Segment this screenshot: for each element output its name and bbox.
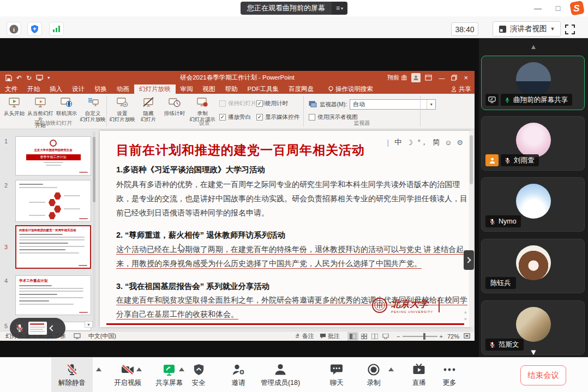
redo-icon[interactable]: ↻ xyxy=(26,74,32,82)
minimize-button[interactable]: — xyxy=(532,2,544,14)
participant-tile[interactable]: 刘雨萱 xyxy=(481,116,585,171)
tab-baidu-pan[interactable]: 百度网盘 xyxy=(284,85,319,94)
participant-tile[interactable]: 陈钰兵 xyxy=(481,239,585,293)
record-options-arrow[interactable] xyxy=(388,367,394,371)
ime-divider: ∣ xyxy=(386,138,390,147)
slide-thumbnail-1[interactable]: 北京大学外国语学院研究生会 春季学期工作计划 xyxy=(15,136,91,176)
qat-dropdown-icon[interactable]: ▾ xyxy=(47,75,50,80)
next-slide-arrow-button[interactable] xyxy=(464,250,474,270)
network-signal-button[interactable] xyxy=(49,22,64,36)
thumb-text-line xyxy=(19,249,65,250)
mic-options-arrow[interactable] xyxy=(96,367,101,371)
tab-design[interactable]: 设计 xyxy=(67,85,89,94)
invite-button[interactable]: 邀请 xyxy=(218,358,259,392)
record-button[interactable]: 录制 xyxy=(353,358,394,392)
ime-emoji-icon[interactable]: ☺ xyxy=(445,138,452,147)
monitor-select[interactable]: 自动 ▾ xyxy=(350,99,436,110)
more-button[interactable]: 更多 xyxy=(429,358,470,392)
ime-settings-gear-icon[interactable]: ⚙ xyxy=(457,138,463,147)
scrollbar-thumb[interactable] xyxy=(470,135,473,184)
ppt-minimize-button[interactable]: — xyxy=(436,75,447,81)
slideshow-icon[interactable] xyxy=(36,75,43,81)
tab-help[interactable]: 帮助 xyxy=(220,85,243,94)
record-slideshow-button[interactable]: 录制 幻灯片演示 xyxy=(188,96,217,122)
slide-thumbnail-2[interactable] xyxy=(15,180,91,222)
participant-tile[interactable]: Nymo xyxy=(481,177,585,232)
tab-review[interactable]: 审阅 xyxy=(176,85,198,94)
panel-scroll-down-button[interactable]: ▼ xyxy=(85,321,93,328)
tab-home[interactable]: 开始 xyxy=(22,85,45,94)
zoom-percentage[interactable]: 72% xyxy=(447,333,459,340)
use-timings-checkbox[interactable]: 使用计时 xyxy=(256,99,299,108)
zoom-in-button[interactable]: + xyxy=(440,333,443,340)
ime-punctuation-icon[interactable]: °， xyxy=(418,137,428,147)
slide-thumbnail-3-selected[interactable]: 目前在计划和推进的建党一百周年相关活动 xyxy=(15,225,91,269)
save-icon[interactable] xyxy=(5,75,12,81)
zoom-slider[interactable] xyxy=(403,336,437,337)
tab-file[interactable]: 文件 xyxy=(0,85,22,94)
present-online-button[interactable]: 联机演示 xyxy=(53,96,80,116)
account-avatar[interactable] xyxy=(411,73,421,82)
tab-view[interactable]: 视图 xyxy=(198,85,220,94)
setup-slideshow-button[interactable]: 设置 幻灯片放映 xyxy=(109,96,135,122)
meeting-info-button[interactable]: i xyxy=(7,22,21,36)
unmute-button[interactable]: 解除静音 xyxy=(51,358,93,392)
scroll-up-chevron[interactable]: ˄ xyxy=(464,310,467,315)
language-indicator[interactable]: 中文(中国) xyxy=(88,332,116,340)
custom-slideshow-button[interactable]: 自定义 幻灯片放映 xyxy=(80,96,106,122)
participant-name: 刘雨萱 xyxy=(514,156,535,165)
fit-slide-icon[interactable] xyxy=(464,333,470,339)
tab-transitions[interactable]: 切换 xyxy=(89,85,112,94)
zoom-slider-handle[interactable] xyxy=(423,333,425,340)
rehearse-timings-button[interactable]: 排练计时 xyxy=(161,96,188,116)
ppt-restore-button[interactable] xyxy=(451,75,457,81)
manage-members-button[interactable]: 管理成员(18) xyxy=(260,358,301,392)
ppt-close-button[interactable]: × xyxy=(461,74,470,82)
ime-toolbar[interactable]: ∣ 中 ☽ °， 简 ☺ ⚙ xyxy=(386,137,463,147)
ime-halfmoon-icon[interactable]: ☽ xyxy=(406,138,413,147)
share-button[interactable]: 共享 xyxy=(451,85,471,94)
fullscreen-button[interactable] xyxy=(564,23,576,35)
from-beginning-button[interactable]: 从头开始 xyxy=(1,96,27,116)
tab-animations[interactable]: 动画 xyxy=(112,85,134,94)
scroll-down-chevron[interactable]: ˅ xyxy=(464,317,467,322)
hexagon-shape xyxy=(49,199,56,206)
scrollbar-thumb[interactable] xyxy=(93,137,95,202)
floating-meeting-widget[interactable] xyxy=(10,318,65,339)
normal-view-button[interactable] xyxy=(347,332,358,341)
tab-slideshow[interactable]: 幻灯片放映 xyxy=(134,85,176,94)
banner-menu-button[interactable]: ≡▾ xyxy=(332,2,347,15)
maximize-button[interactable]: □ xyxy=(552,2,564,14)
chat-button[interactable]: 聊天 xyxy=(316,358,357,392)
slide-thumbnail-4[interactable]: 学术工作重点计划 xyxy=(15,275,91,315)
end-meeting-button[interactable]: 结束会议 xyxy=(520,365,566,385)
video-options-arrow[interactable] xyxy=(136,367,142,371)
slideshow-view-button[interactable] xyxy=(380,332,391,341)
comments-button[interactable]: 批注 xyxy=(328,332,340,340)
ime-chinese-mode[interactable]: 中 xyxy=(394,137,401,147)
scroll-up-arrow[interactable]: ▲ xyxy=(479,43,588,51)
participant-tile-sharing[interactable]: 曲翔前的屏幕共享 xyxy=(481,56,585,110)
participant-tile[interactable]: 范斯文 xyxy=(481,300,585,355)
tell-me-search[interactable]: 操作说明搜索 xyxy=(323,85,379,94)
notes-button[interactable]: 备注 xyxy=(302,332,314,340)
thumbnail-scrollbar[interactable] xyxy=(93,131,95,328)
thumb-text-line xyxy=(19,291,83,292)
security-button[interactable]: 安全 xyxy=(178,358,219,392)
hide-slide-button[interactable]: 隐藏 幻灯片 xyxy=(135,96,161,122)
meeting-security-button[interactable] xyxy=(27,22,42,36)
tab-insert[interactable]: 插入 xyxy=(45,85,67,94)
slide-scrollbar[interactable] xyxy=(469,131,473,327)
view-mode-selector[interactable]: 演讲者视图 ▼ xyxy=(493,21,561,37)
undo-icon[interactable]: ↶ xyxy=(16,74,22,82)
scroll-down-arrow[interactable]: ▼ xyxy=(479,347,588,357)
display-settings-icon[interactable] xyxy=(74,333,81,339)
zoom-out-button[interactable]: − xyxy=(397,333,400,340)
reading-view-button[interactable] xyxy=(369,332,380,341)
ime-simplified-icon[interactable]: 简 xyxy=(433,137,440,147)
start-video-button[interactable]: 开启视频 xyxy=(107,358,148,392)
ribbon-options-icon[interactable] xyxy=(425,75,432,81)
thumb-text-line xyxy=(19,288,83,289)
tab-pdf-tools[interactable]: PDF工具集 xyxy=(243,85,284,94)
slide-sorter-view-button[interactable] xyxy=(358,332,369,341)
